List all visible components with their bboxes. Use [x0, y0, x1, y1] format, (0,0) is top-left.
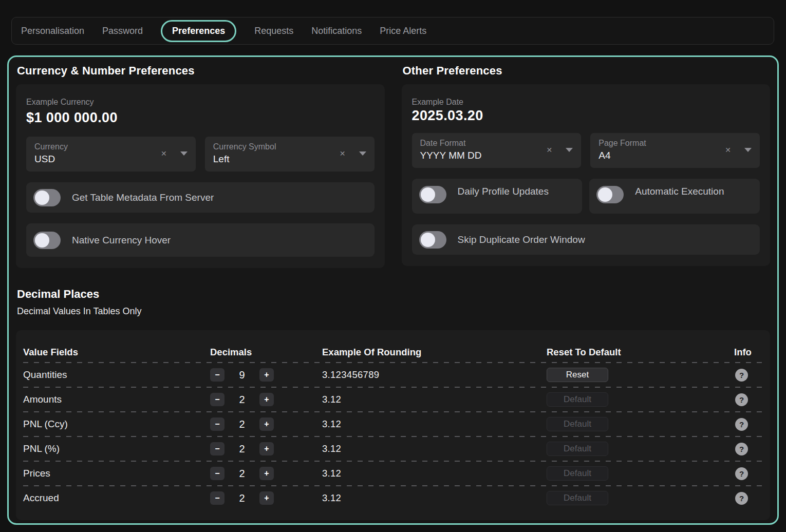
increment-button[interactable]: + — [259, 491, 274, 505]
rounding-example: 3.12 — [322, 394, 547, 405]
table-row: Quantities−9+3.123456789Reset? — [23, 363, 763, 387]
default-button: Default — [547, 442, 608, 456]
increment-button[interactable]: + — [259, 417, 274, 431]
col-header-reset: Reset To Default — [547, 347, 734, 358]
table-row: PNL (Ccy)−2+3.12Default? — [23, 412, 763, 436]
toggle-knob — [598, 187, 612, 202]
tab-requests[interactable]: Requests — [254, 26, 293, 36]
toggle-row-native-currency-hover[interactable]: Native Currency Hover — [26, 223, 375, 257]
table-metadata-toggle[interactable] — [33, 189, 61, 206]
decimal-places-table: Value Fields Decimals Example Of Roundin… — [16, 330, 770, 520]
preferences-panel: Currency & Number Preferences Example Cu… — [7, 55, 779, 525]
row-separator — [23, 461, 763, 462]
table-row: Amounts−2+3.12Default? — [23, 388, 763, 411]
tab-price-alerts[interactable]: Price Alerts — [380, 26, 426, 36]
automatic-execution-toggle[interactable] — [596, 186, 624, 203]
decimals-value: 2 — [232, 492, 252, 504]
decrement-button[interactable]: − — [210, 467, 224, 480]
reset-button[interactable]: Reset — [547, 368, 608, 382]
table-row: PNL (%)−2+3.12Default? — [23, 437, 763, 461]
clear-icon[interactable]: ✕ — [340, 150, 346, 157]
toggle-knob — [421, 187, 435, 202]
tab-notifications[interactable]: Notifications — [311, 26, 362, 36]
decimal-places-subtitle: Decimal Values In Tables Only — [17, 306, 769, 317]
info-icon[interactable]: ? — [735, 369, 748, 382]
toggle-row-automatic-execution[interactable]: Automatic Execution — [589, 179, 760, 214]
decimals-value: 2 — [232, 394, 252, 406]
native-currency-hover-toggle[interactable] — [33, 232, 61, 249]
date-format-select[interactable]: Date Format YYYY MM DD ✕ — [412, 133, 582, 168]
currency-symbol-select[interactable]: Currency Symbol Left ✕ — [205, 137, 375, 172]
value-field-label: Amounts — [23, 394, 210, 405]
decrement-button[interactable]: − — [210, 491, 224, 505]
default-button: Default — [547, 392, 608, 407]
daily-profile-updates-label: Daily Profile Updates — [458, 186, 549, 197]
clear-icon[interactable]: ✕ — [725, 146, 731, 154]
info-icon[interactable]: ? — [735, 467, 748, 480]
info-icon[interactable]: ? — [735, 393, 748, 406]
increment-button[interactable]: + — [259, 467, 274, 480]
decrement-button[interactable]: − — [210, 368, 224, 382]
chevron-down-icon[interactable] — [180, 151, 188, 156]
row-separator — [23, 485, 763, 486]
chevron-down-icon[interactable] — [566, 148, 573, 152]
tab-password[interactable]: Password — [102, 26, 143, 36]
other-section-title: Other Preferences — [403, 64, 771, 78]
toggle-row-table-metadata[interactable]: Get Table Metadata From Server — [26, 182, 375, 213]
value-field-label: PNL (%) — [23, 443, 210, 454]
clear-icon[interactable]: ✕ — [161, 150, 167, 157]
rounding-example: 3.123456789 — [322, 369, 547, 381]
table-header-row: Value Fields Decimals Example Of Roundin… — [23, 343, 763, 362]
toggle-knob — [35, 191, 49, 205]
tab-preferences[interactable]: Preferences — [161, 20, 236, 42]
decrement-button[interactable]: − — [210, 417, 224, 431]
skip-duplicate-order-toggle[interactable] — [419, 231, 446, 249]
other-card: Example Date 2025.03.20 Date Format YYYY… — [402, 84, 771, 266]
toggle-row-skip-duplicate-order[interactable]: Skip Duplicate Order Window — [412, 224, 760, 255]
rounding-example: 3.12 — [322, 443, 547, 454]
currency-select[interactable]: Currency USD ✕ — [26, 137, 196, 172]
toggle-row-daily-profile-updates[interactable]: Daily Profile Updates — [412, 179, 583, 214]
chevron-down-icon[interactable] — [359, 151, 366, 156]
clear-icon[interactable]: ✕ — [547, 146, 553, 154]
rounding-example: 3.12 — [322, 468, 547, 479]
info-icon[interactable]: ? — [735, 443, 748, 455]
row-separator — [23, 387, 763, 388]
tab-bar: PersonalisationPasswordPreferencesReques… — [11, 17, 774, 45]
increment-button[interactable]: + — [259, 368, 274, 382]
col-header-info: Info — [734, 347, 772, 358]
default-button: Default — [547, 491, 608, 505]
increment-button[interactable]: + — [259, 442, 274, 455]
decrement-button[interactable]: − — [210, 442, 224, 455]
decimal-table-body: Quantities−9+3.123456789Reset?Amounts−2+… — [23, 362, 763, 510]
page-format-select[interactable]: Page Format A4 ✕ — [590, 133, 760, 168]
decimals-value: 2 — [232, 468, 252, 480]
chevron-down-icon[interactable] — [744, 148, 752, 152]
decimals-value: 2 — [232, 443, 252, 455]
automatic-execution-label: Automatic Execution — [635, 186, 724, 197]
increment-button[interactable]: + — [259, 393, 274, 406]
toggle-knob — [35, 233, 49, 248]
example-currency-label: Example Currency — [26, 98, 375, 107]
decimals-value: 2 — [232, 419, 252, 430]
col-header-example: Example Of Rounding — [322, 347, 547, 358]
info-icon[interactable]: ? — [735, 418, 748, 431]
native-currency-hover-label: Native Currency Hover — [72, 235, 171, 246]
rounding-example: 3.12 — [322, 492, 547, 504]
rounding-example: 3.12 — [322, 419, 547, 430]
decimals-value: 9 — [232, 369, 252, 381]
info-icon[interactable]: ? — [735, 492, 748, 505]
decrement-button[interactable]: − — [210, 393, 224, 406]
tab-personalisation[interactable]: Personalisation — [21, 26, 84, 36]
value-field-label: Quantities — [23, 369, 210, 381]
col-header-decimals: Decimals — [210, 347, 322, 358]
table-row: Accrued−2+3.12Default? — [23, 486, 763, 510]
skip-duplicate-order-label: Skip Duplicate Order Window — [458, 234, 585, 245]
value-field-label: PNL (Ccy) — [23, 419, 210, 430]
daily-profile-updates-toggle[interactable] — [419, 186, 446, 203]
row-separator — [23, 436, 763, 437]
currency-section-title: Currency & Number Preferences — [17, 64, 385, 78]
currency-card: Example Currency $1 000 000.00 Currency … — [16, 84, 385, 268]
example-date-value: 2025.03.20 — [412, 108, 760, 124]
value-field-label: Prices — [23, 468, 210, 479]
